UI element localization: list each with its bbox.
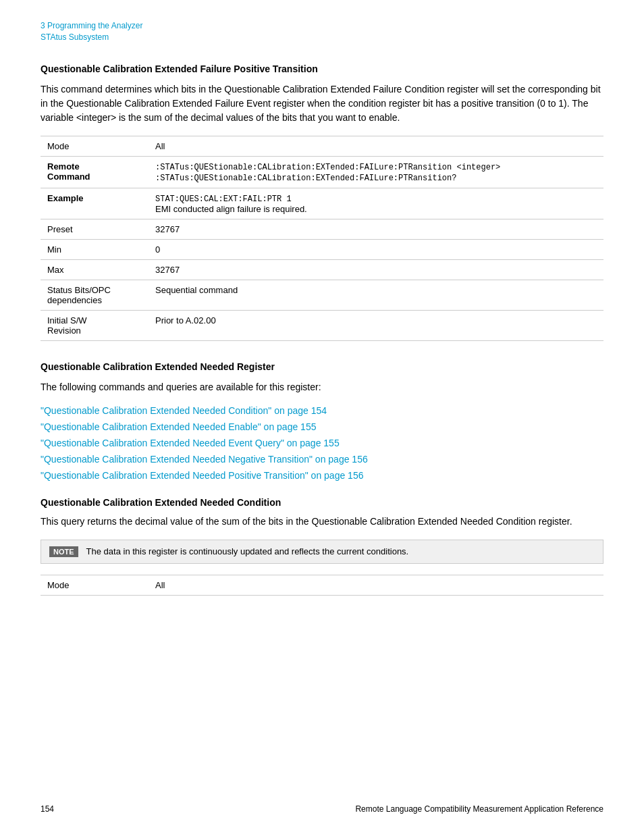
table-cell-label: Max (41, 259, 149, 280)
table-row: Example STAT:QUES:CAL:EXT:FAIL:PTR 1 EMI… (41, 188, 603, 219)
table-row: Mode All (41, 136, 603, 156)
table-cell-label: Example (41, 188, 149, 219)
note-label: NOTE (49, 546, 78, 557)
footer-page-number: 154 (41, 804, 54, 814)
link-positive-transition[interactable]: "Questionable Calibration Extended Neede… (41, 470, 603, 481)
table-cell-label: Mode (41, 136, 149, 156)
table-cell-label: Preset (41, 219, 149, 239)
table-cell-value: All (149, 575, 603, 595)
note-text: The data in this register is continuousl… (86, 546, 409, 558)
section1-body: This command determines which bits in th… (41, 82, 603, 125)
table-cell-value: Sequential command (149, 280, 603, 310)
section2-intro: The following commands and queries are a… (41, 380, 603, 394)
table-cell-value: All (149, 136, 603, 156)
link-condition-text: "Questionable Calibration Extended Neede… (41, 405, 327, 416)
example-command: STAT:QUES:CAL:EXT:FAIL:PTR 1 (155, 194, 292, 204)
link-event-query[interactable]: "Questionable Calibration Extended Neede… (41, 438, 603, 448)
section-failure-positive-transition: Questionable Calibration Extended Failur… (41, 63, 603, 341)
table-cell-label: Min (41, 239, 149, 259)
table-row: RemoteCommand :STATus:QUEStionable:CALib… (41, 156, 603, 188)
link-negative-transition-text: "Questionable Calibration Extended Neede… (41, 454, 368, 465)
section2-heading: Questionable Calibration Extended Needed… (41, 361, 603, 372)
link-list: "Questionable Calibration Extended Neede… (41, 405, 603, 481)
table-cell-label: Mode (41, 575, 149, 595)
example-description: EMI conducted align failure is required. (155, 204, 307, 214)
table-row: Preset 32767 (41, 219, 603, 239)
section-needed-register: Questionable Calibration Extended Needed… (41, 361, 603, 596)
table-cell-value: 32767 (149, 259, 603, 280)
table-cell-label: RemoteCommand (41, 156, 149, 188)
breadcrumb-level2: STAtus Subsystem (41, 32, 109, 42)
link-condition[interactable]: "Questionable Calibration Extended Neede… (41, 405, 603, 416)
page-footer: 154 Remote Language Compatibility Measur… (41, 804, 603, 814)
remote-command-query: :STATus:QUEStionable:CALibration:EXTende… (155, 174, 456, 183)
subsection-table: Mode All (41, 575, 603, 596)
table-row: Status Bits/OPCdependencies Sequential c… (41, 280, 603, 310)
table-cell-label: Status Bits/OPCdependencies (41, 280, 149, 310)
link-enable[interactable]: "Questionable Calibration Extended Neede… (41, 421, 603, 432)
table-cell-value: :STATus:QUEStionable:CALibration:EXTende… (149, 156, 603, 188)
breadcrumb-level1: 3 Programming the Analyzer (41, 21, 142, 30)
table-row: Initial S/WRevision Prior to A.02.00 (41, 310, 603, 340)
table-cell-value: STAT:QUES:CAL:EXT:FAIL:PTR 1 EMI conduct… (149, 188, 603, 219)
section1-table: Mode All RemoteCommand :STATus:QUEStiona… (41, 136, 603, 341)
table-cell-value: 32767 (149, 219, 603, 239)
table-row: Max 32767 (41, 259, 603, 280)
remote-command-set: :STATus:QUEStionable:CALibration:EXTende… (155, 163, 500, 172)
note-box: NOTE The data in this register is contin… (41, 540, 603, 564)
subsection-body: This query returns the decimal value of … (41, 515, 603, 529)
table-row: Mode All (41, 575, 603, 595)
footer-title: Remote Language Compatibility Measuremen… (355, 804, 603, 814)
page-container: 3 Programming the Analyzer STAtus Subsys… (0, 0, 644, 834)
table-row: Min 0 (41, 239, 603, 259)
link-event-query-text: "Questionable Calibration Extended Neede… (41, 438, 340, 448)
table-cell-label: Initial S/WRevision (41, 310, 149, 340)
table-cell-value: 0 (149, 239, 603, 259)
link-positive-transition-text: "Questionable Calibration Extended Neede… (41, 470, 363, 481)
link-negative-transition[interactable]: "Questionable Calibration Extended Neede… (41, 454, 603, 465)
subsection-needed-condition: Questionable Calibration Extended Needed… (41, 497, 603, 596)
link-enable-text: "Questionable Calibration Extended Neede… (41, 421, 316, 432)
subsection-heading: Questionable Calibration Extended Needed… (41, 497, 603, 508)
breadcrumb: 3 Programming the Analyzer STAtus Subsys… (41, 20, 603, 43)
table-cell-value: Prior to A.02.00 (149, 310, 603, 340)
section1-heading: Questionable Calibration Extended Failur… (41, 63, 603, 74)
